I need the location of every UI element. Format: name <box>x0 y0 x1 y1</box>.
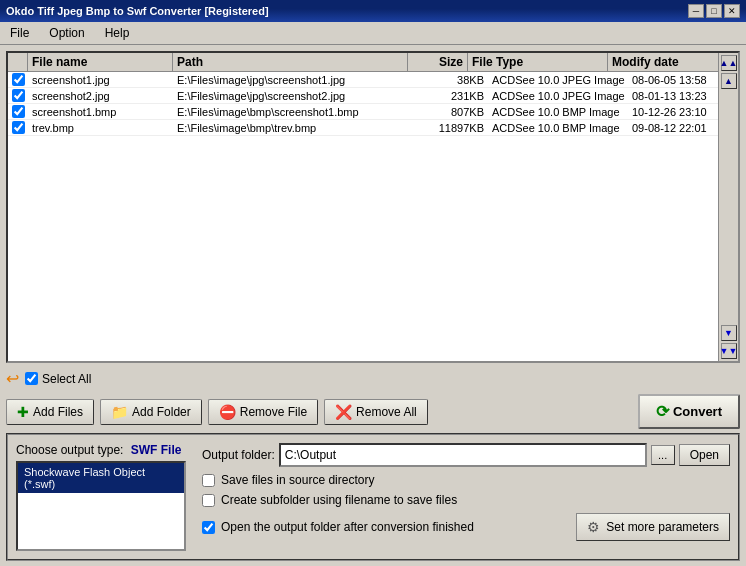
file-table-header: File name Path Size File Type Modify dat… <box>8 53 718 72</box>
browse-button[interactable]: ... <box>651 445 675 465</box>
open-output-label: Open the output folder after conversion … <box>221 520 474 534</box>
add-folder-icon: 📁 <box>111 404 128 420</box>
output-folder-input[interactable] <box>279 443 647 467</box>
row-size-1: 231KB <box>428 89 488 103</box>
table-row: screenshot2.jpg E:\Files\image\jpg\scree… <box>8 88 738 104</box>
header-filename: File name <box>28 53 173 71</box>
bottom-panel: Choose output type: SWF File Shockwave F… <box>6 433 740 561</box>
window-controls: ─ □ ✕ <box>688 4 740 18</box>
gear-icon: ⚙ <box>587 519 600 535</box>
header-path: Path <box>173 53 408 71</box>
row-filetype-3: ACDSee 10.0 BMP Image <box>488 121 628 135</box>
remove-file-button[interactable]: ⛔ Remove File <box>208 399 318 425</box>
header-filetype: File Type <box>468 53 608 71</box>
scroll-down-button[interactable]: ▼ <box>721 325 737 341</box>
add-folder-button[interactable]: 📁 Add Folder <box>100 399 202 425</box>
add-folder-label: Add Folder <box>132 405 191 419</box>
row-filename-1: screenshot2.jpg <box>28 89 173 103</box>
row-size-3: 11897KB <box>428 121 488 135</box>
row-path-2: E:\Files\image\bmp\screenshot1.bmp <box>173 105 428 119</box>
select-all-checkbox[interactable] <box>25 372 38 385</box>
scroll-up-button[interactable]: ▲ <box>721 73 737 89</box>
output-folder-label: Output folder: <box>202 448 275 462</box>
save-source-label: Save files in source directory <box>221 473 374 487</box>
add-files-label: Add Files <box>33 405 83 419</box>
table-row: screenshot1.bmp E:\Files\image\bmp\scree… <box>8 104 738 120</box>
row-filename-0: screenshot1.jpg <box>28 73 173 87</box>
row-filename-2: screenshot1.bmp <box>28 105 173 119</box>
convert-button[interactable]: ⟳ Convert <box>638 394 740 429</box>
buttons-row: ✚ Add Files 📁 Add Folder ⛔ Remove File ❌… <box>6 394 740 429</box>
create-subfolder-label: Create subfolder using filename to save … <box>221 493 457 507</box>
output-type-list[interactable]: Shockwave Flash Object (*.swf) <box>16 461 186 551</box>
main-content: File name Path Size File Type Modify dat… <box>0 45 746 566</box>
set-params-button[interactable]: ⚙ Set more parameters <box>576 513 730 541</box>
save-source-checkbox[interactable] <box>202 474 215 487</box>
back-icon[interactable]: ↩ <box>6 369 19 388</box>
row-filename-3: trev.bmp <box>28 121 173 135</box>
remove-all-button[interactable]: ❌ Remove All <box>324 399 428 425</box>
header-moddate: Modify date <box>608 53 718 71</box>
row-checkbox-3[interactable] <box>12 121 25 134</box>
right-section: Output folder: ... Open Save files in so… <box>202 443 730 551</box>
scroll-bottom-button[interactable]: ▼▼ <box>721 343 737 359</box>
row-path-3: E:\Files\image\bmp\trev.bmp <box>173 121 428 135</box>
set-params-label: Set more parameters <box>606 520 719 534</box>
row-checkbox-1[interactable] <box>12 89 25 102</box>
output-folder-row: Output folder: ... Open <box>202 443 730 467</box>
add-files-icon: ✚ <box>17 404 29 420</box>
row-checkbox-2[interactable] <box>12 105 25 118</box>
convert-icon: ⟳ <box>656 402 669 421</box>
row-size-0: 38KB <box>428 73 488 87</box>
row-filetype-2: ACDSee 10.0 BMP Image <box>488 105 628 119</box>
remove-file-label: Remove File <box>240 405 307 419</box>
menu-help[interactable]: Help <box>99 24 136 42</box>
header-size: Size <box>408 53 468 71</box>
row-size-2: 807KB <box>428 105 488 119</box>
title-bar: Okdo Tiff Jpeg Bmp to Swf Converter [Reg… <box>0 0 746 22</box>
file-table-container: File name Path Size File Type Modify dat… <box>6 51 740 363</box>
menu-bar: File Option Help <box>0 22 746 45</box>
remove-all-icon: ❌ <box>335 404 352 420</box>
table-row: screenshot1.jpg E:\Files\image\jpg\scree… <box>8 72 738 88</box>
scroll-top-button[interactable]: ▲▲ <box>721 55 737 71</box>
checkbox-row-2: Create subfolder using filename to save … <box>202 493 730 507</box>
header-check <box>8 53 28 71</box>
menu-file[interactable]: File <box>4 24 35 42</box>
bottom-row1: ↩ Select All <box>6 367 740 390</box>
file-rows: screenshot1.jpg E:\Files\image\jpg\scree… <box>8 72 738 361</box>
checkbox-row-3: Open the output folder after conversion … <box>202 520 474 534</box>
select-all-label: Select All <box>42 372 91 386</box>
convert-label: Convert <box>673 404 722 419</box>
close-button[interactable]: ✕ <box>724 4 740 18</box>
open-output-checkbox[interactable] <box>202 521 215 534</box>
output-type-section: Choose output type: SWF File Shockwave F… <box>16 443 186 551</box>
title-text: Okdo Tiff Jpeg Bmp to Swf Converter [Reg… <box>6 5 269 17</box>
row-checkbox-0[interactable] <box>12 73 25 86</box>
table-row: trev.bmp E:\Files\image\bmp\trev.bmp 118… <box>8 120 738 136</box>
add-files-button[interactable]: ✚ Add Files <box>6 399 94 425</box>
row-path-0: E:\Files\image\jpg\screenshot1.jpg <box>173 73 428 87</box>
output-type-row: Choose output type: SWF File <box>16 443 186 457</box>
row-filetype-0: ACDSee 10.0 JPEG Image <box>488 73 628 87</box>
row-path-1: E:\Files\image\jpg\screenshot2.jpg <box>173 89 428 103</box>
output-type-label: Choose output type: <box>16 443 123 457</box>
create-subfolder-checkbox[interactable] <box>202 494 215 507</box>
maximize-button[interactable]: □ <box>706 4 722 18</box>
last-row: Open the output folder after conversion … <box>202 513 730 541</box>
row-filetype-1: ACDSee 10.0 JPEG Image <box>488 89 628 103</box>
remove-all-label: Remove All <box>356 405 417 419</box>
minimize-button[interactable]: ─ <box>688 4 704 18</box>
scroll-buttons: ▲▲ ▲ ▼ ▼▼ <box>718 53 738 361</box>
open-button[interactable]: Open <box>679 444 730 466</box>
output-type-swf[interactable]: Shockwave Flash Object (*.swf) <box>18 463 184 493</box>
menu-option[interactable]: Option <box>43 24 90 42</box>
checkbox-row-1: Save files in source directory <box>202 473 730 487</box>
select-all-area: Select All <box>25 372 91 386</box>
remove-file-icon: ⛔ <box>219 404 236 420</box>
swf-label: SWF File <box>131 443 182 457</box>
